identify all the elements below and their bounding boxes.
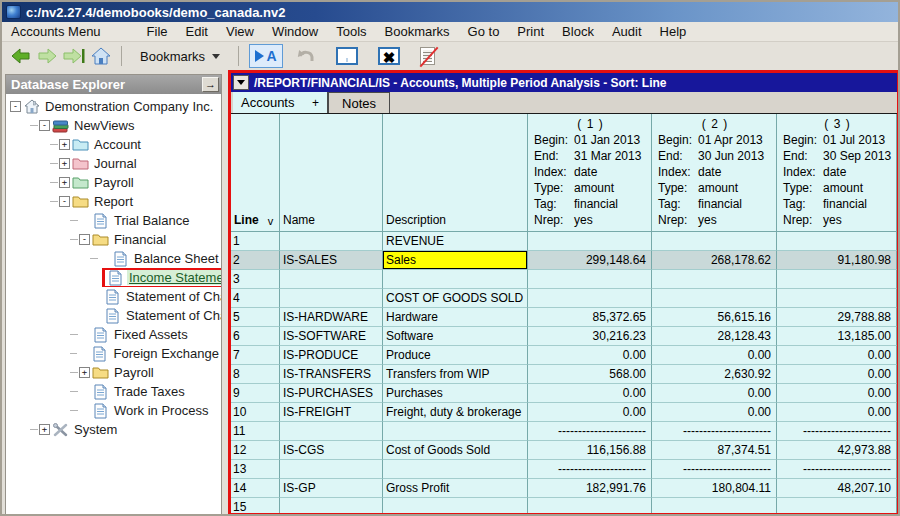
row-10-description-cell[interactable]: Freight, duty & brokerage: [383, 403, 528, 422]
row-7-description-cell[interactable]: Produce: [383, 346, 528, 365]
row-12-amount-3[interactable]: 42,973.88: [777, 441, 897, 460]
tree-item-report[interactable]: -Report: [6, 192, 221, 211]
collapse-icon[interactable]: -: [10, 101, 21, 112]
row-4-amount-1[interactable]: [528, 289, 652, 308]
tab-notes[interactable]: Notes: [328, 92, 390, 113]
menu-item-bookmarks[interactable]: Bookmarks: [376, 23, 459, 40]
insert-row-icon[interactable]: [336, 47, 358, 65]
row-10-amount-1[interactable]: 0.00: [528, 403, 652, 422]
row-1-description-cell[interactable]: REVENUE: [383, 232, 528, 251]
tree-item-statement-of-chang[interactable]: Statement of Chang: [6, 306, 221, 325]
row-11-amount-2[interactable]: ----------------------: [652, 422, 777, 441]
no-edit-icon[interactable]: [420, 43, 435, 69]
row-5-amount-3[interactable]: 29,788.88: [777, 308, 897, 327]
row-12-amount-1[interactable]: 116,156.88: [528, 441, 652, 460]
row-9-amount-1[interactable]: 0.00: [528, 384, 652, 403]
row-15-amount-2[interactable]: [652, 498, 777, 516]
row-7-amount-2[interactable]: 0.00: [652, 346, 777, 365]
row-12-description-cell[interactable]: Cost of Goods Sold: [383, 441, 528, 460]
undo-icon[interactable]: [296, 43, 316, 69]
row-6-name-cell[interactable]: IS-SOFTWARE: [280, 327, 383, 346]
row-6-amount-2[interactable]: 28,128.43: [652, 327, 777, 346]
row-14-amount-3[interactable]: 48,207.10: [777, 479, 897, 498]
row-1-amount-1[interactable]: [528, 232, 652, 251]
row-10-line-number[interactable]: 10: [231, 403, 280, 422]
row-2-description-cell[interactable]: Sales: [383, 251, 528, 270]
tree-item-demonstration-company-inc-[interactable]: -Demonstration Company Inc.: [6, 97, 221, 116]
row-10-name-cell[interactable]: IS-FREIGHT: [280, 403, 383, 422]
delete-row-icon[interactable]: ✖: [378, 47, 400, 65]
row-14-amount-2[interactable]: 180,804.11: [652, 479, 777, 498]
row-3-line-number[interactable]: 3: [231, 270, 280, 289]
row-8-line-number[interactable]: 8: [231, 365, 280, 384]
row-14-description-cell[interactable]: Gross Profit: [383, 479, 528, 498]
collapse-icon[interactable]: -: [79, 234, 90, 245]
expand-icon[interactable]: +: [59, 177, 70, 188]
row-8-name-cell[interactable]: IS-TRANSFERS: [280, 365, 383, 384]
row-14-name-cell[interactable]: IS-GP: [280, 479, 383, 498]
menu-item-accounts-menu[interactable]: Accounts Menu: [2, 23, 110, 40]
row-7-line-number[interactable]: 7: [231, 346, 280, 365]
tree-item-system[interactable]: +System: [6, 420, 221, 439]
expand-icon[interactable]: +: [59, 158, 70, 169]
tree-item-statement-of-chang[interactable]: Statement of Chang: [6, 287, 221, 306]
row-2-name-cell[interactable]: IS-SALES: [280, 251, 383, 270]
row-13-description-cell[interactable]: [383, 460, 528, 479]
row-14-amount-1[interactable]: 182,991.76: [528, 479, 652, 498]
tree-item-account[interactable]: +Account: [6, 135, 221, 154]
row-6-line-number[interactable]: 6: [231, 327, 280, 346]
row-11-line-number[interactable]: 11: [231, 422, 280, 441]
menu-item-file[interactable]: File: [138, 23, 177, 40]
row-2-amount-3[interactable]: 91,180.98: [777, 251, 897, 270]
row-11-amount-1[interactable]: ----------------------: [528, 422, 652, 441]
menu-item-audit[interactable]: Audit: [603, 23, 651, 40]
row-8-amount-2[interactable]: 2,630.92: [652, 365, 777, 384]
expand-icon[interactable]: +: [79, 367, 90, 378]
row-4-amount-3[interactable]: [777, 289, 897, 308]
bookmarks-dropdown[interactable]: Bookmarks: [132, 43, 228, 69]
row-11-name-cell[interactable]: [280, 422, 383, 441]
menu-item-print[interactable]: Print: [508, 23, 553, 40]
forward-to-end-icon[interactable]: [63, 43, 85, 69]
row-12-amount-2[interactable]: 87,374.51: [652, 441, 777, 460]
row-11-description-cell[interactable]: [383, 422, 528, 441]
row-5-description-cell[interactable]: Hardware: [383, 308, 528, 327]
menu-item-go-to[interactable]: Go to: [459, 23, 509, 40]
row-3-amount-3[interactable]: [777, 270, 897, 289]
row-4-line-number[interactable]: 4: [231, 289, 280, 308]
row-2-amount-1[interactable]: 299,148.64: [528, 251, 652, 270]
row-12-line-number[interactable]: 12: [231, 441, 280, 460]
row-15-amount-1[interactable]: [528, 498, 652, 516]
row-1-amount-3[interactable]: [777, 232, 897, 251]
row-8-amount-3[interactable]: 0.00: [777, 365, 897, 384]
row-3-name-cell[interactable]: [280, 270, 383, 289]
forward-arrow-icon[interactable]: [37, 43, 57, 69]
row-15-amount-3[interactable]: [777, 498, 897, 516]
menu-item-edit[interactable]: Edit: [177, 23, 217, 40]
tree-item-journal[interactable]: +Journal: [6, 154, 221, 173]
menu-item-help[interactable]: Help: [651, 23, 696, 40]
tree-item-balance-sheet[interactable]: Balance Sheet: [6, 249, 221, 268]
row-3-amount-2[interactable]: [652, 270, 777, 289]
collapse-icon[interactable]: -: [59, 196, 70, 207]
tree-item-trade-taxes[interactable]: Trade Taxes: [6, 382, 221, 401]
row-3-description-cell[interactable]: [383, 270, 528, 289]
menu-item-window[interactable]: Window: [263, 23, 327, 40]
row-9-amount-2[interactable]: 0.00: [652, 384, 777, 403]
row-7-name-cell[interactable]: IS-PRODUCE: [280, 346, 383, 365]
back-arrow-icon[interactable]: [11, 43, 31, 69]
row-13-line-number[interactable]: 13: [231, 460, 280, 479]
row-15-line-number[interactable]: 15: [231, 498, 280, 516]
row-2-amount-2[interactable]: 268,178.62: [652, 251, 777, 270]
expand-icon[interactable]: +: [59, 139, 70, 150]
collapse-icon[interactable]: -: [39, 120, 50, 131]
row-4-name-cell[interactable]: [280, 289, 383, 308]
tree-item-payroll[interactable]: +Payroll: [6, 173, 221, 192]
menu-item-view[interactable]: View: [217, 23, 263, 40]
row-4-amount-2[interactable]: [652, 289, 777, 308]
row-13-amount-2[interactable]: ----------------------: [652, 460, 777, 479]
tree-item-payroll[interactable]: +Payroll: [6, 363, 221, 382]
tree-item-newviews[interactable]: -NewViews: [6, 116, 221, 135]
tree-item-financial[interactable]: -Financial: [6, 230, 221, 249]
home-icon[interactable]: [91, 43, 111, 69]
